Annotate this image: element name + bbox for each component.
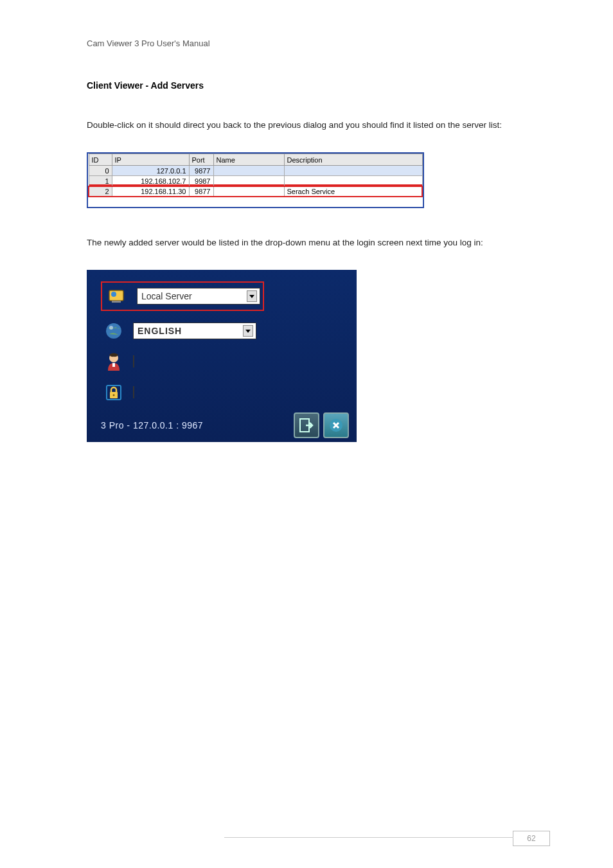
server-list-table: ID IP Port Name Description 0 127.0.0.1 …	[87, 152, 424, 208]
server-dropdown-highlight: Local Server	[101, 281, 264, 311]
paragraph-2: The newly added server would be listed i…	[87, 234, 526, 252]
login-panel: Local Server ENGLISH	[87, 270, 357, 442]
page-number: 62	[513, 831, 550, 846]
chevron-down-icon[interactable]	[247, 290, 257, 302]
cell-ip: 192.168.102.7	[112, 176, 189, 186]
cell-port: 9987	[189, 176, 213, 186]
cell-name	[213, 176, 284, 186]
cell-desc	[284, 176, 422, 186]
cell-id: 2	[89, 186, 112, 197]
password-field[interactable]	[133, 386, 134, 398]
server-dropdown[interactable]: Local Server	[137, 288, 260, 305]
cell-ip: 192.168.11.30	[112, 186, 189, 197]
svg-point-3	[106, 323, 121, 339]
cell-ip: 127.0.0.1	[112, 166, 189, 176]
cell-port: 9877	[189, 186, 213, 197]
table-empty-area	[89, 197, 422, 207]
svg-point-4	[109, 326, 113, 330]
login-icon	[298, 417, 315, 434]
paragraph-1: Double-click on it should direct you bac…	[87, 116, 526, 134]
cell-desc	[284, 166, 422, 176]
col-port[interactable]: Port	[189, 154, 213, 166]
cell-id: 0	[89, 166, 112, 176]
document-header: Cam Viewer 3 Pro User's Manual	[87, 39, 526, 48]
language-dropdown-value: ENGLISH	[138, 326, 182, 336]
col-id[interactable]: ID	[89, 154, 112, 166]
col-ip[interactable]: IP	[112, 154, 189, 166]
server-dropdown-value: Local Server	[141, 291, 192, 301]
svg-rect-0	[109, 290, 123, 301]
cell-desc: Serach Service	[284, 186, 422, 197]
cell-port: 9877	[189, 166, 213, 176]
table-row[interactable]: 1 192.168.102.7 9987	[89, 176, 422, 186]
language-dropdown[interactable]: ENGLISH	[133, 323, 256, 339]
close-button[interactable]	[323, 412, 349, 438]
user-icon	[101, 351, 127, 373]
server-icon	[105, 285, 130, 307]
svg-point-9	[113, 394, 115, 396]
section-title: Client Viewer - Add Servers	[87, 80, 526, 91]
table-row-highlighted[interactable]: 2 192.168.11.30 9877 Serach Service	[89, 186, 422, 197]
table-header-row: ID IP Port Name Description	[89, 154, 422, 166]
cell-name	[213, 186, 284, 197]
svg-point-1	[111, 292, 116, 297]
cell-id: 1	[89, 176, 112, 186]
chevron-down-icon[interactable]	[243, 325, 253, 337]
login-button[interactable]	[294, 412, 319, 438]
close-icon	[328, 418, 344, 433]
lock-icon	[101, 382, 127, 403]
globe-icon	[101, 320, 127, 342]
col-description[interactable]: Description	[284, 154, 422, 166]
cell-name	[213, 166, 284, 176]
table-row[interactable]: 0 127.0.0.1 9877	[89, 166, 422, 176]
login-status: 3 Pro - 127.0.0.1 : 9967	[101, 420, 203, 430]
svg-rect-6	[112, 363, 115, 367]
username-field[interactable]	[133, 355, 134, 368]
svg-rect-2	[112, 301, 121, 303]
col-name[interactable]: Name	[213, 154, 284, 166]
